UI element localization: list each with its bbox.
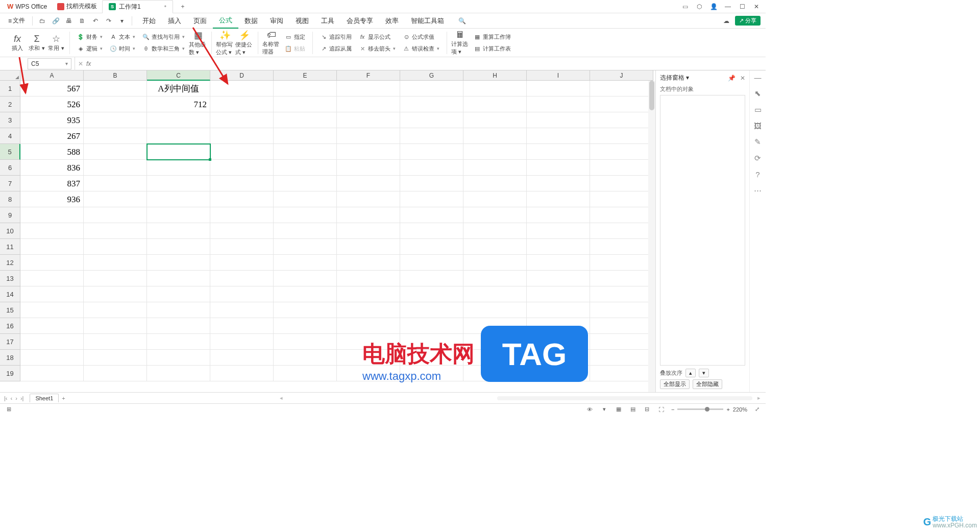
- qat-open-icon[interactable]: 🗀: [37, 15, 48, 27]
- cell-G14[interactable]: [400, 286, 463, 302]
- cell-J19[interactable]: [590, 366, 653, 381]
- cell-D13[interactable]: [210, 271, 274, 286]
- qat-preview-icon[interactable]: 🗎: [77, 15, 88, 27]
- cell-D10[interactable]: [210, 223, 274, 239]
- cell-E18[interactable]: [274, 350, 337, 366]
- cell-C18[interactable]: [147, 350, 210, 366]
- cell-A2[interactable]: 526: [20, 96, 84, 112]
- cell-J2[interactable]: [590, 96, 653, 112]
- math-func-button[interactable]: θ数学和三角▾: [139, 43, 188, 54]
- cell-F18[interactable]: [337, 350, 400, 366]
- more-icon[interactable]: ⋯: [754, 186, 762, 195]
- cell-H1[interactable]: [463, 81, 527, 96]
- zoom-value[interactable]: 220%: [733, 406, 747, 413]
- hscroll-left-icon[interactable]: ◂: [280, 395, 283, 401]
- cell-I12[interactable]: [527, 255, 590, 271]
- formula-input[interactable]: [94, 60, 763, 67]
- select-tool-icon[interactable]: ⬉: [754, 89, 761, 98]
- cell-C6[interactable]: [147, 160, 210, 176]
- cell-F11[interactable]: [337, 239, 400, 255]
- cancel-formula-icon[interactable]: ✕: [78, 60, 83, 67]
- menu-开始[interactable]: 开始: [136, 13, 162, 29]
- row-header-5[interactable]: 5: [0, 144, 20, 160]
- col-header-A[interactable]: A: [20, 70, 84, 81]
- show-all-button[interactable]: 全部显示: [660, 379, 690, 389]
- row-header-14[interactable]: 14: [0, 286, 20, 302]
- cell-B8[interactable]: [84, 191, 147, 207]
- cell-C16[interactable]: [147, 318, 210, 334]
- qat-link-icon[interactable]: 🔗: [50, 15, 61, 27]
- cell-I5[interactable]: [527, 144, 590, 160]
- cell-A8[interactable]: 936: [20, 191, 84, 207]
- cell-I8[interactable]: [527, 191, 590, 207]
- settings-icon[interactable]: ✎: [754, 137, 761, 147]
- logic-func-button[interactable]: ◈逻辑▾: [74, 43, 106, 54]
- menu-视图[interactable]: 视图: [289, 13, 315, 29]
- cell-D14[interactable]: [210, 286, 274, 302]
- row-header-9[interactable]: 9: [0, 207, 20, 223]
- col-header-E[interactable]: E: [274, 70, 337, 81]
- row-header-3[interactable]: 3: [0, 112, 20, 128]
- cell-J6[interactable]: [590, 160, 653, 176]
- cell-I3[interactable]: [527, 112, 590, 128]
- layout-icon[interactable]: ▭: [678, 0, 692, 13]
- cell-E10[interactable]: [274, 223, 337, 239]
- row-header-1[interactable]: 1: [0, 81, 20, 96]
- cell-H19[interactable]: [463, 366, 527, 381]
- cell-D1[interactable]: [210, 81, 274, 96]
- cell-H12[interactable]: [463, 255, 527, 271]
- finance-func-button[interactable]: 💲财务▾: [74, 31, 106, 42]
- maximize-button[interactable]: ☐: [735, 0, 749, 13]
- row-header-2[interactable]: 2: [0, 96, 20, 112]
- collapse-panel-icon[interactable]: —: [754, 74, 762, 82]
- cell-A12[interactable]: [20, 255, 84, 271]
- cell-I15[interactable]: [527, 302, 590, 318]
- cell-H18[interactable]: [463, 350, 527, 366]
- cell-H9[interactable]: [463, 207, 527, 223]
- cell-B13[interactable]: [84, 271, 147, 286]
- cell-J7[interactable]: [590, 176, 653, 191]
- row-header-11[interactable]: 11: [0, 239, 20, 255]
- cell-G5[interactable]: [400, 144, 463, 160]
- cell-G1[interactable]: [400, 81, 463, 96]
- cell-H3[interactable]: [463, 112, 527, 128]
- next-sheet-icon[interactable]: ›: [15, 395, 17, 401]
- text-func-button[interactable]: A文本▾: [107, 31, 138, 42]
- col-header-C[interactable]: C: [147, 70, 210, 81]
- cell-D19[interactable]: [210, 366, 274, 381]
- evaluate-formula-button[interactable]: ⊙公式求值: [400, 31, 443, 42]
- cell-B3[interactable]: [84, 112, 147, 128]
- cell-A15[interactable]: [20, 302, 84, 318]
- select-all-corner[interactable]: ◢: [0, 70, 20, 81]
- common-func-button[interactable]: ☆常用 ▾: [47, 31, 65, 55]
- cell-D16[interactable]: [210, 318, 274, 334]
- cell-G13[interactable]: [400, 271, 463, 286]
- cell-J4[interactable]: [590, 128, 653, 144]
- cell-D17[interactable]: [210, 334, 274, 350]
- cell-A18[interactable]: [20, 350, 84, 366]
- row-header-19[interactable]: 19: [0, 366, 20, 381]
- cell-H8[interactable]: [463, 191, 527, 207]
- cell-A10[interactable]: [20, 223, 84, 239]
- cell-I11[interactable]: [527, 239, 590, 255]
- view-break-icon[interactable]: ⊟: [643, 406, 652, 413]
- cell-D12[interactable]: [210, 255, 274, 271]
- horizontal-scrollbar[interactable]: [497, 396, 752, 400]
- help-icon[interactable]: ?: [755, 170, 760, 179]
- fullscreen-icon[interactable]: ⤢: [752, 406, 762, 413]
- col-header-G[interactable]: G: [400, 70, 463, 81]
- status-mode-icon[interactable]: ⊞: [4, 406, 13, 413]
- calc-options-button[interactable]: 🖩计算选项 ▾: [451, 31, 470, 55]
- cell-I17[interactable]: [527, 334, 590, 350]
- cell-H6[interactable]: [463, 160, 527, 176]
- cell-E8[interactable]: [274, 191, 337, 207]
- close-button[interactable]: ✕: [749, 0, 764, 13]
- cell-E19[interactable]: [274, 366, 337, 381]
- cell-E13[interactable]: [274, 271, 337, 286]
- cell-F8[interactable]: [337, 191, 400, 207]
- cell-B12[interactable]: [84, 255, 147, 271]
- cell-D6[interactable]: [210, 160, 274, 176]
- autosum-button[interactable]: Σ求和 ▾: [28, 31, 46, 55]
- cell-I16[interactable]: [527, 318, 590, 334]
- zoom-in-icon[interactable]: +: [726, 406, 729, 413]
